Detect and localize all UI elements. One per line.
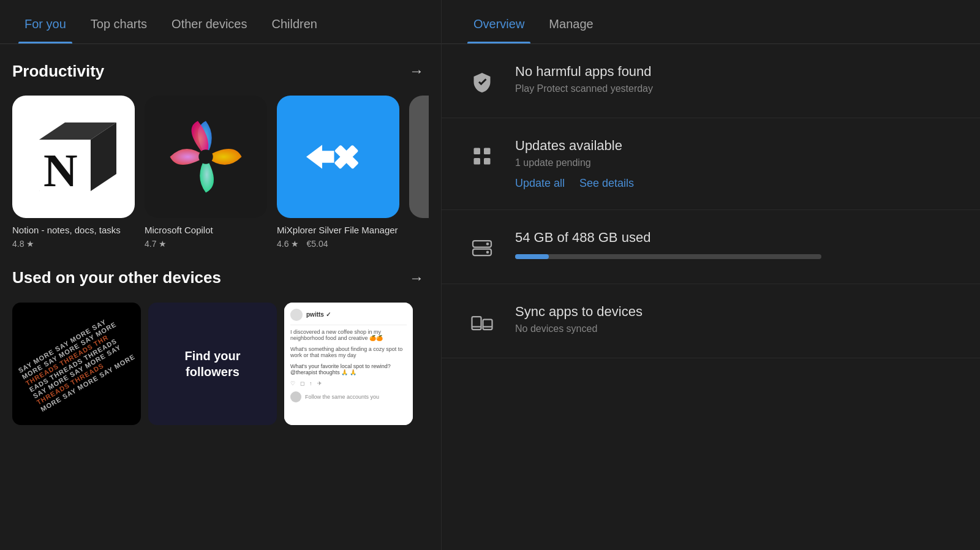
sync-title: Sync apps to devices: [515, 304, 956, 320]
storage-row: 54 GB of 488 GB used: [442, 210, 980, 284]
svg-rect-17: [472, 317, 481, 330]
other-devices-arrow[interactable]: →: [404, 266, 429, 290]
svg-rect-9: [474, 148, 481, 155]
device-app-instagram[interactable]: pwitts ✓ I discovered a new coffee shop …: [284, 303, 413, 425]
grid-icon: [466, 140, 498, 172]
svg-rect-10: [484, 148, 491, 155]
right-nav-tabs: Overview Manage: [442, 0, 980, 44]
copilot-star-icon: ★: [159, 239, 167, 249]
tab-manage[interactable]: Manage: [537, 0, 605, 43]
notion-star-icon: ★: [26, 239, 34, 249]
mixplorer-app-icon: [277, 96, 399, 218]
threads-bg: SAY MORE SAY MORE SAY MORE SAY MORE SAY …: [12, 303, 141, 425]
svg-rect-11: [474, 158, 481, 165]
update-all-button[interactable]: Update all: [515, 177, 565, 190]
svg-point-16: [486, 251, 489, 254]
app-card-partial: [409, 96, 429, 249]
see-details-button[interactable]: See details: [579, 177, 634, 190]
tab-for-you[interactable]: For you: [12, 0, 78, 43]
svg-point-15: [486, 243, 489, 246]
storage-icon: [466, 232, 498, 264]
tab-children[interactable]: Children: [259, 0, 329, 43]
svg-point-5: [198, 149, 213, 164]
mixplorer-star-icon: ★: [291, 239, 299, 249]
sync-row: Sync apps to devices No devices synced: [442, 284, 980, 358]
storage-bar-fill: [515, 254, 549, 259]
mixplorer-app-rating: 4.6 ★ €5.04: [277, 239, 399, 249]
sync-text: Sync apps to devices No devices synced: [515, 304, 956, 334]
app-card-mixplorer[interactable]: MiXplorer Silver File Manager 4.6 ★ €5.0…: [277, 96, 399, 249]
storage-text: 54 GB of 488 GB used: [515, 230, 956, 259]
play-protect-title: No harmful apps found: [515, 64, 956, 80]
notion-app-name: Notion - notes, docs, tasks: [12, 224, 135, 236]
updates-subtitle: 1 update pending: [515, 157, 956, 168]
left-content: Productivity → N: [0, 44, 441, 550]
tab-overview[interactable]: Overview: [461, 0, 537, 43]
productivity-apps-grid: N Notion - notes, docs, tasks 4.8 ★: [12, 96, 429, 249]
twitter-find-text: Find yourfollowers: [184, 348, 240, 380]
partial-app-icon: [409, 96, 429, 218]
updates-text: Updates available 1 update pending Updat…: [515, 138, 956, 190]
mixplorer-app-name: MiXplorer Silver File Manager: [277, 224, 399, 236]
updates-title: Updates available: [515, 138, 956, 154]
sync-subtitle: No devices synced: [515, 323, 956, 334]
other-devices-section-divider: Used on your other devices → SAY MORE SA…: [12, 266, 429, 425]
tab-top-charts[interactable]: Top charts: [78, 0, 159, 43]
notion-app-rating: 4.8 ★: [12, 239, 135, 249]
updates-actions: Update all See details: [515, 177, 956, 190]
svg-rect-18: [483, 320, 492, 330]
svg-marker-6: [306, 145, 334, 169]
left-nav-tabs: For you Top charts Other devices Childre…: [0, 0, 441, 44]
storage-title: 54 GB of 488 GB used: [515, 230, 956, 246]
app-card-notion[interactable]: N Notion - notes, docs, tasks 4.8 ★: [12, 96, 135, 249]
right-content: No harmful apps found Play Protect scann…: [442, 44, 980, 550]
productivity-arrow[interactable]: →: [404, 59, 429, 83]
tab-other-devices[interactable]: Other devices: [159, 0, 259, 43]
play-protect-subtitle: Play Protect scanned yesterday: [515, 83, 956, 94]
device-info-panel: Overview Manage No harmful apps found Pl…: [441, 0, 980, 550]
storage-bar: [515, 254, 821, 259]
productivity-section-header: Productivity →: [12, 59, 429, 83]
instagram-content: pwitts ✓ I discovered a new coffee shop …: [284, 303, 413, 425]
notion-app-icon: N: [12, 96, 135, 218]
play-protect-row: No harmful apps found Play Protect scann…: [442, 44, 980, 118]
app-card-copilot[interactable]: Microsoft Copilot 4.7 ★: [145, 96, 267, 249]
svg-text:N: N: [43, 144, 78, 197]
shield-icon: [466, 66, 498, 98]
device-app-twitter[interactable]: Find yourfollowers: [148, 303, 277, 425]
play-protect-text: No harmful apps found Play Protect scann…: [515, 64, 956, 94]
svg-rect-12: [484, 158, 491, 165]
updates-row: Updates available 1 update pending Updat…: [442, 118, 980, 210]
other-devices-section-header: Used on your other devices →: [12, 266, 429, 290]
mixplorer-price: €5.04: [306, 239, 328, 249]
copilot-app-icon: [145, 96, 267, 218]
device-app-threads[interactable]: SAY MORE SAY MORE SAY MORE SAY MORE SAY …: [12, 303, 141, 425]
copilot-app-rating: 4.7 ★: [145, 239, 267, 249]
productivity-title: Productivity: [12, 62, 104, 81]
play-store-panel: For you Top charts Other devices Childre…: [0, 0, 441, 550]
copilot-app-name: Microsoft Copilot: [145, 224, 267, 236]
other-devices-title: Used on your other devices: [12, 268, 221, 287]
device-apps-grid: SAY MORE SAY MORE SAY MORE SAY MORE SAY …: [12, 303, 429, 425]
sync-devices-icon: [466, 306, 498, 338]
